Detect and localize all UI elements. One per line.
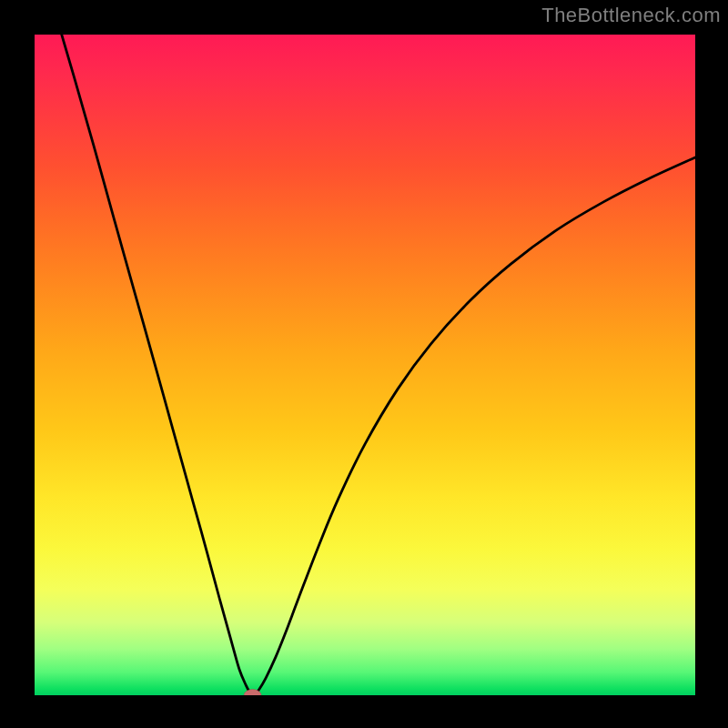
chart-svg: [35, 35, 695, 695]
curve-right-branch: [253, 157, 695, 695]
chart-frame: TheBottleneck.com: [0, 0, 728, 728]
curve-left-branch: [62, 35, 253, 695]
plot-area: [35, 35, 695, 695]
watermark-label: TheBottleneck.com: [541, 4, 721, 27]
